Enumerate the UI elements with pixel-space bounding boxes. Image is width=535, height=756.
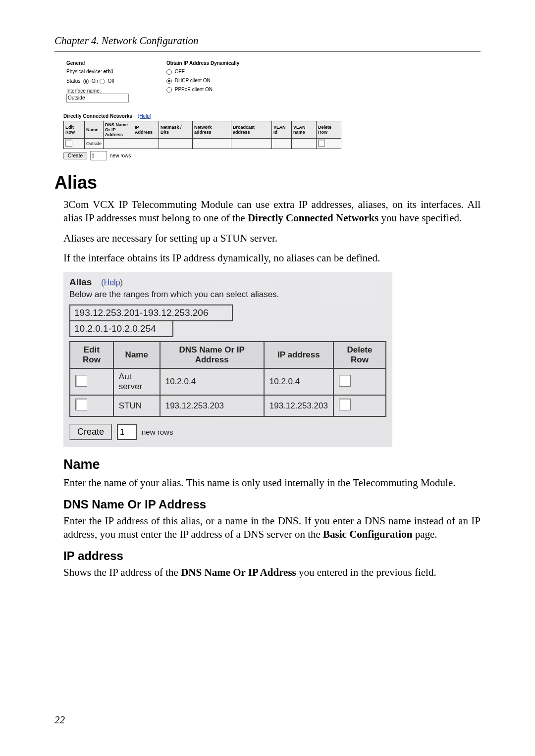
dcn-h-dns: DNS Name Or IP Address (104, 121, 133, 138)
alias-row-2: STUN 193.12.253.203 193.12.253.203 (70, 395, 386, 416)
dns-subheading: DNS Name Or IP Address (63, 498, 481, 511)
dyn-dhcp-label: DHCP client ON (175, 78, 211, 83)
dynamic-heading: Obtain IP Address Dynamically (166, 60, 338, 66)
general-settings-screenshot: General Physical device: eth1 Status: On… (63, 58, 341, 160)
dyn-pppoe-radio[interactable] (166, 87, 172, 93)
divider (54, 51, 481, 51)
alias-panel-desc: Below are the ranges from which you can … (69, 290, 386, 300)
dyn-dhcp-radio[interactable] (166, 78, 172, 84)
alias-table: Edit Row Name DNS Name Or IP Address IP … (69, 341, 386, 417)
chapter-header: Chapter 4. Network Configuration (54, 35, 481, 47)
dyn-pppoe-label: PPPoE client ON (175, 87, 213, 92)
alias-h-del: Delete Row (333, 342, 386, 368)
dcn-heading: Directly Connected Networks (63, 113, 132, 119)
alias-range-1: 193.12.253.201-193.12.253.206 (69, 304, 233, 321)
dcn-h-vlanid: VLAN Id (272, 121, 292, 138)
dyn-off-radio[interactable] (166, 69, 172, 75)
dcn-delete-checkbox[interactable] (318, 140, 325, 147)
dcn-new-rows-label: new rows (110, 153, 131, 158)
alias-new-rows-label: new rows (142, 428, 173, 436)
alias-range-2: 10.2.0.1-10.2.0.254 (69, 320, 173, 337)
alias-delete-checkbox[interactable] (339, 399, 351, 410)
alias-row-dns: 10.2.0.4 (160, 368, 264, 395)
alias-h-ip: IP address (264, 342, 333, 368)
dcn-h-name: Name (85, 121, 104, 138)
alias-h-dns: DNS Name Or IP Address (160, 342, 264, 368)
dcn-table: Edit Row Name DNS Name Or IP Address IP … (63, 121, 341, 149)
alias-paragraph-2: Aliases are necessary for setting up a S… (63, 232, 481, 245)
dcn-help-link[interactable]: (Help) (138, 113, 151, 119)
alias-paragraph-1: 3Com VCX IP Telecommuting Module can use… (63, 198, 481, 225)
dcn-h-ip: IP Address (133, 121, 159, 138)
alias-panel-title: Alias (69, 277, 92, 287)
status-off-radio[interactable] (100, 79, 105, 84)
status-on-label: On (92, 78, 98, 84)
dcn-h-vlanname: VLAN name (292, 121, 317, 138)
alias-row-1: Aut server 10.2.0.4 10.2.0.4 (70, 368, 386, 395)
physical-device-value: eth1 (103, 69, 113, 74)
name-subheading: Name (63, 457, 481, 472)
alias-edit-checkbox[interactable] (75, 375, 87, 387)
ip-subheading: IP address (63, 549, 481, 563)
alias-h-name: Name (113, 342, 160, 368)
dcn-header-row: Edit Row Name DNS Name Or IP Address IP … (64, 121, 341, 138)
alias-row-dns: 193.12.253.203 (160, 395, 264, 416)
name-paragraph: Enter the name of your alias. This name … (63, 476, 481, 490)
alias-help-link[interactable]: (Help) (101, 278, 123, 287)
alias-paragraph-3: If the interface obtains its IP address … (63, 252, 481, 265)
alias-heading: Alias (54, 172, 481, 193)
dns-paragraph: Enter the IP address of this alias, or a… (63, 514, 481, 541)
alias-row-name: Aut server (113, 368, 160, 395)
dcn-row-name: Outside (85, 138, 104, 149)
alias-row-ip: 193.12.253.203 (264, 395, 333, 416)
alias-create-button[interactable]: Create (69, 424, 112, 440)
page: Chapter 4. Network Configuration General… (0, 0, 535, 756)
alias-delete-checkbox[interactable] (339, 375, 351, 387)
status-label: Status: (66, 78, 82, 84)
dcn-h-del: Delete Row (317, 121, 341, 138)
interface-name-input[interactable] (66, 94, 129, 102)
dcn-h-mask: Netmask / Bits (159, 121, 193, 138)
alias-panel-screenshot: Alias (Help) Below are the ranges from w… (63, 272, 392, 447)
interface-name-label: Interface name: (66, 88, 160, 94)
status-on-radio[interactable] (83, 79, 89, 84)
alias-create-qty[interactable] (117, 424, 137, 440)
alias-h-edit: Edit Row (70, 342, 113, 368)
dcn-h-bcast: Broadcast address (231, 121, 272, 138)
alias-row-name: STUN (113, 395, 160, 416)
dcn-create-qty[interactable] (90, 151, 107, 160)
alias-edit-checkbox[interactable] (75, 399, 87, 410)
dcn-h-net: Network address (193, 121, 231, 138)
alias-table-header: Edit Row Name DNS Name Or IP Address IP … (70, 342, 386, 368)
dcn-edit-checkbox[interactable] (65, 140, 72, 147)
dyn-off-label: OFF (175, 69, 185, 74)
dcn-row: Outside (64, 138, 341, 149)
physical-device-label: Physical device: (66, 69, 102, 74)
status-off-label: Off (108, 78, 114, 84)
general-heading: General (66, 60, 160, 66)
dcn-create-button[interactable]: Create (63, 152, 87, 159)
page-number: 22 (54, 714, 65, 726)
dcn-h-edit: Edit Row (64, 121, 85, 138)
ip-paragraph: Shows the IP address of the DNS Name Or … (63, 566, 481, 579)
alias-row-ip: 10.2.0.4 (264, 368, 333, 395)
